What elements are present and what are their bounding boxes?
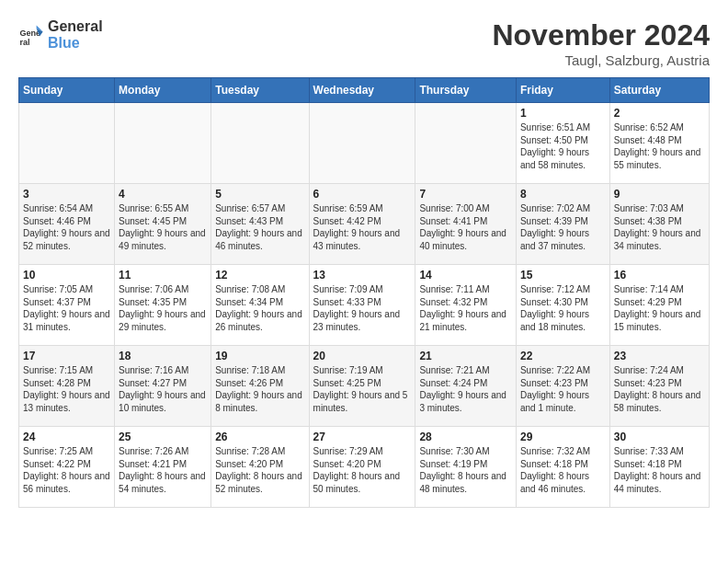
day-number: 11 <box>119 269 207 282</box>
week-row-4: 17Sunrise: 7:15 AM Sunset: 4:28 PM Dayli… <box>19 346 710 427</box>
month-year-title: November 2024 <box>492 18 710 52</box>
day-number: 13 <box>313 269 412 282</box>
day-number: 7 <box>419 188 512 201</box>
day-number: 20 <box>313 350 412 362</box>
day-number: 6 <box>313 188 412 201</box>
weekday-header-sunday: Sunday <box>19 78 115 103</box>
day-info: Sunrise: 7:06 AM Sunset: 4:35 PM Dayligh… <box>119 283 207 333</box>
day-info: Sunrise: 7:30 AM Sunset: 4:19 PM Dayligh… <box>419 445 512 495</box>
day-info: Sunrise: 7:03 AM Sunset: 4:38 PM Dayligh… <box>614 202 705 252</box>
calendar-cell <box>415 103 517 184</box>
day-number: 4 <box>119 188 207 201</box>
header-area: Gene ral General Blue November 2024 Taug… <box>18 18 710 68</box>
day-info: Sunrise: 6:59 AM Sunset: 4:42 PM Dayligh… <box>313 202 412 252</box>
day-number: 27 <box>313 431 412 443</box>
calendar-cell: 12Sunrise: 7:08 AM Sunset: 4:34 PM Dayli… <box>211 265 309 346</box>
calendar-cell <box>309 103 415 184</box>
day-number: 2 <box>614 107 705 120</box>
week-row-5: 24Sunrise: 7:25 AM Sunset: 4:22 PM Dayli… <box>19 427 710 508</box>
day-number: 29 <box>520 431 606 443</box>
day-info: Sunrise: 7:08 AM Sunset: 4:34 PM Dayligh… <box>215 283 304 333</box>
weekday-header-monday: Monday <box>115 78 211 103</box>
day-number: 17 <box>23 350 110 362</box>
day-info: Sunrise: 7:25 AM Sunset: 4:22 PM Dayligh… <box>23 445 110 495</box>
calendar-cell: 23Sunrise: 7:24 AM Sunset: 4:23 PM Dayli… <box>609 346 709 427</box>
location-subtitle: Taugl, Salzburg, Austria <box>492 52 710 68</box>
calendar-cell: 24Sunrise: 7:25 AM Sunset: 4:22 PM Dayli… <box>19 427 115 508</box>
day-number: 23 <box>614 350 705 362</box>
week-row-2: 3Sunrise: 6:54 AM Sunset: 4:46 PM Daylig… <box>19 184 710 265</box>
calendar-cell: 20Sunrise: 7:19 AM Sunset: 4:25 PM Dayli… <box>309 346 415 427</box>
day-info: Sunrise: 7:02 AM Sunset: 4:39 PM Dayligh… <box>520 202 606 252</box>
calendar-cell: 28Sunrise: 7:30 AM Sunset: 4:19 PM Dayli… <box>415 427 517 508</box>
calendar-cell: 9Sunrise: 7:03 AM Sunset: 4:38 PM Daylig… <box>609 184 709 265</box>
calendar-cell: 10Sunrise: 7:05 AM Sunset: 4:37 PM Dayli… <box>19 265 115 346</box>
day-number: 15 <box>520 269 606 282</box>
calendar-cell: 8Sunrise: 7:02 AM Sunset: 4:39 PM Daylig… <box>516 184 609 265</box>
calendar-cell: 17Sunrise: 7:15 AM Sunset: 4:28 PM Dayli… <box>19 346 115 427</box>
day-info: Sunrise: 7:32 AM Sunset: 4:18 PM Dayligh… <box>520 445 606 495</box>
day-info: Sunrise: 7:33 AM Sunset: 4:18 PM Dayligh… <box>614 445 705 495</box>
logo-icon: Gene ral <box>18 22 44 48</box>
calendar-cell: 4Sunrise: 6:55 AM Sunset: 4:45 PM Daylig… <box>115 184 211 265</box>
weekday-header-saturday: Saturday <box>609 78 709 103</box>
weekday-header-row: SundayMondayTuesdayWednesdayThursdayFrid… <box>19 78 710 103</box>
day-number: 1 <box>520 107 606 120</box>
calendar-cell: 13Sunrise: 7:09 AM Sunset: 4:33 PM Dayli… <box>309 265 415 346</box>
calendar-cell: 27Sunrise: 7:29 AM Sunset: 4:20 PM Dayli… <box>309 427 415 508</box>
calendar-cell: 30Sunrise: 7:33 AM Sunset: 4:18 PM Dayli… <box>609 427 709 508</box>
calendar-cell: 25Sunrise: 7:26 AM Sunset: 4:21 PM Dayli… <box>115 427 211 508</box>
day-info: Sunrise: 6:54 AM Sunset: 4:46 PM Dayligh… <box>23 202 110 252</box>
weekday-header-friday: Friday <box>516 78 609 103</box>
day-info: Sunrise: 7:12 AM Sunset: 4:30 PM Dayligh… <box>520 283 606 333</box>
day-number: 19 <box>215 350 304 362</box>
calendar-cell: 29Sunrise: 7:32 AM Sunset: 4:18 PM Dayli… <box>516 427 609 508</box>
day-number: 28 <box>419 431 512 443</box>
calendar-cell: 7Sunrise: 7:00 AM Sunset: 4:41 PM Daylig… <box>415 184 517 265</box>
day-info: Sunrise: 7:22 AM Sunset: 4:23 PM Dayligh… <box>520 364 606 414</box>
calendar-cell: 16Sunrise: 7:14 AM Sunset: 4:29 PM Dayli… <box>609 265 709 346</box>
day-info: Sunrise: 7:05 AM Sunset: 4:37 PM Dayligh… <box>23 283 110 333</box>
calendar-cell: 18Sunrise: 7:16 AM Sunset: 4:27 PM Dayli… <box>115 346 211 427</box>
calendar-cell <box>115 103 211 184</box>
day-info: Sunrise: 6:57 AM Sunset: 4:43 PM Dayligh… <box>215 202 304 252</box>
day-info: Sunrise: 7:16 AM Sunset: 4:27 PM Dayligh… <box>119 364 207 414</box>
day-info: Sunrise: 7:11 AM Sunset: 4:32 PM Dayligh… <box>419 283 512 333</box>
calendar-table: SundayMondayTuesdayWednesdayThursdayFrid… <box>18 77 710 508</box>
day-info: Sunrise: 6:51 AM Sunset: 4:50 PM Dayligh… <box>520 121 606 171</box>
day-number: 5 <box>215 188 304 201</box>
day-number: 9 <box>614 188 705 201</box>
day-number: 12 <box>215 269 304 282</box>
weekday-header-tuesday: Tuesday <box>211 78 309 103</box>
logo: Gene ral General Blue <box>18 18 103 51</box>
calendar-cell <box>211 103 309 184</box>
weekday-header-wednesday: Wednesday <box>309 78 415 103</box>
day-info: Sunrise: 7:28 AM Sunset: 4:20 PM Dayligh… <box>215 445 304 495</box>
day-info: Sunrise: 7:09 AM Sunset: 4:33 PM Dayligh… <box>313 283 412 333</box>
day-number: 3 <box>23 188 110 201</box>
calendar-cell: 19Sunrise: 7:18 AM Sunset: 4:26 PM Dayli… <box>211 346 309 427</box>
week-row-1: 1Sunrise: 6:51 AM Sunset: 4:50 PM Daylig… <box>19 103 710 184</box>
day-info: Sunrise: 6:55 AM Sunset: 4:45 PM Dayligh… <box>119 202 207 252</box>
calendar-cell: 11Sunrise: 7:06 AM Sunset: 4:35 PM Dayli… <box>115 265 211 346</box>
day-number: 18 <box>119 350 207 362</box>
calendar-cell: 2Sunrise: 6:52 AM Sunset: 4:48 PM Daylig… <box>609 103 709 184</box>
title-area: November 2024 Taugl, Salzburg, Austria <box>492 18 710 68</box>
day-info: Sunrise: 7:26 AM Sunset: 4:21 PM Dayligh… <box>119 445 207 495</box>
calendar-cell: 3Sunrise: 6:54 AM Sunset: 4:46 PM Daylig… <box>19 184 115 265</box>
day-number: 14 <box>419 269 512 282</box>
day-number: 10 <box>23 269 110 282</box>
day-info: Sunrise: 7:14 AM Sunset: 4:29 PM Dayligh… <box>614 283 705 333</box>
day-info: Sunrise: 7:00 AM Sunset: 4:41 PM Dayligh… <box>419 202 512 252</box>
day-info: Sunrise: 7:18 AM Sunset: 4:26 PM Dayligh… <box>215 364 304 414</box>
calendar-cell: 15Sunrise: 7:12 AM Sunset: 4:30 PM Dayli… <box>516 265 609 346</box>
calendar-cell: 5Sunrise: 6:57 AM Sunset: 4:43 PM Daylig… <box>211 184 309 265</box>
calendar-cell: 22Sunrise: 7:22 AM Sunset: 4:23 PM Dayli… <box>516 346 609 427</box>
weekday-header-thursday: Thursday <box>415 78 517 103</box>
calendar-cell: 14Sunrise: 7:11 AM Sunset: 4:32 PM Dayli… <box>415 265 517 346</box>
day-number: 25 <box>119 431 207 443</box>
day-info: Sunrise: 7:29 AM Sunset: 4:20 PM Dayligh… <box>313 445 412 495</box>
day-number: 8 <box>520 188 606 201</box>
day-info: Sunrise: 7:19 AM Sunset: 4:25 PM Dayligh… <box>313 364 412 414</box>
logo-text-line1: General <box>48 18 103 35</box>
